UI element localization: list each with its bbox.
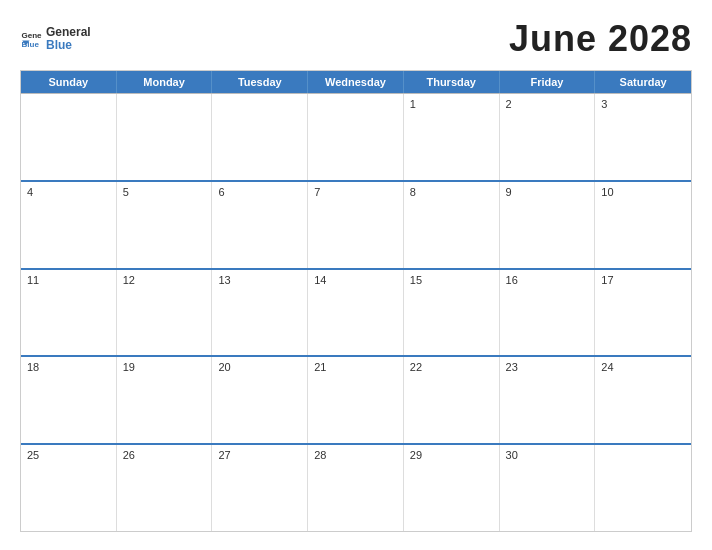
day-number: 20: [218, 361, 301, 373]
day-cell: 7: [308, 182, 404, 268]
day-cell: 1: [404, 94, 500, 180]
page-header: General Blue General Blue June 2028: [20, 18, 692, 60]
day-number: 17: [601, 274, 685, 286]
week-row-1: 123: [21, 93, 691, 180]
day-cell: 12: [117, 270, 213, 356]
day-cell: [117, 94, 213, 180]
day-header-friday: Friday: [500, 71, 596, 93]
day-cell: 20: [212, 357, 308, 443]
logo: General Blue General Blue: [20, 26, 91, 52]
calendar-grid: SundayMondayTuesdayWednesdayThursdayFrid…: [20, 70, 692, 532]
week-row-3: 11121314151617: [21, 268, 691, 356]
day-number: 18: [27, 361, 110, 373]
day-header-tuesday: Tuesday: [212, 71, 308, 93]
day-number: 15: [410, 274, 493, 286]
day-cell: 29: [404, 445, 500, 531]
day-number: 30: [506, 449, 589, 461]
day-cell: 15: [404, 270, 500, 356]
day-cell: 14: [308, 270, 404, 356]
day-cell: 6: [212, 182, 308, 268]
day-cell: 18: [21, 357, 117, 443]
day-cell: 3: [595, 94, 691, 180]
day-number: 8: [410, 186, 493, 198]
day-number: 19: [123, 361, 206, 373]
day-number: 7: [314, 186, 397, 198]
day-number: 5: [123, 186, 206, 198]
day-number: 28: [314, 449, 397, 461]
calendar-page: General Blue General Blue June 2028 Sund…: [0, 0, 712, 550]
day-cell: 11: [21, 270, 117, 356]
day-cell: 24: [595, 357, 691, 443]
day-number: 13: [218, 274, 301, 286]
day-number: 14: [314, 274, 397, 286]
logo-icon: General Blue: [20, 28, 42, 50]
day-cell: 23: [500, 357, 596, 443]
weeks-container: 1234567891011121314151617181920212223242…: [21, 93, 691, 531]
day-number: 25: [27, 449, 110, 461]
day-number: 10: [601, 186, 685, 198]
day-cell: [595, 445, 691, 531]
day-cell: 5: [117, 182, 213, 268]
day-cell: 22: [404, 357, 500, 443]
day-number: 1: [410, 98, 493, 110]
month-title: June 2028: [509, 18, 692, 60]
svg-text:General: General: [21, 31, 42, 40]
day-number: 27: [218, 449, 301, 461]
day-header-sunday: Sunday: [21, 71, 117, 93]
day-number: 11: [27, 274, 110, 286]
day-number: 3: [601, 98, 685, 110]
day-header-thursday: Thursday: [404, 71, 500, 93]
day-cell: 4: [21, 182, 117, 268]
day-cell: 17: [595, 270, 691, 356]
day-cell: [21, 94, 117, 180]
day-number: 16: [506, 274, 589, 286]
day-number: 22: [410, 361, 493, 373]
day-number: 24: [601, 361, 685, 373]
day-number: 26: [123, 449, 206, 461]
day-number: 29: [410, 449, 493, 461]
day-cell: 21: [308, 357, 404, 443]
day-number: 2: [506, 98, 589, 110]
day-cell: [212, 94, 308, 180]
day-cell: 30: [500, 445, 596, 531]
day-cell: 26: [117, 445, 213, 531]
day-number: 6: [218, 186, 301, 198]
svg-text:Blue: Blue: [21, 40, 39, 49]
day-cell: 2: [500, 94, 596, 180]
day-number: 4: [27, 186, 110, 198]
day-number: 23: [506, 361, 589, 373]
day-cell: 19: [117, 357, 213, 443]
day-header-wednesday: Wednesday: [308, 71, 404, 93]
day-header-saturday: Saturday: [595, 71, 691, 93]
day-number: 9: [506, 186, 589, 198]
day-header-monday: Monday: [117, 71, 213, 93]
day-cell: 16: [500, 270, 596, 356]
day-number: 12: [123, 274, 206, 286]
day-cell: 27: [212, 445, 308, 531]
day-cell: 13: [212, 270, 308, 356]
week-row-5: 252627282930: [21, 443, 691, 531]
day-cell: 28: [308, 445, 404, 531]
day-cell: [308, 94, 404, 180]
day-headers-row: SundayMondayTuesdayWednesdayThursdayFrid…: [21, 71, 691, 93]
day-number: 21: [314, 361, 397, 373]
day-cell: 25: [21, 445, 117, 531]
day-cell: 8: [404, 182, 500, 268]
day-cell: 10: [595, 182, 691, 268]
logo-blue-text: Blue: [46, 39, 91, 52]
week-row-4: 18192021222324: [21, 355, 691, 443]
day-cell: 9: [500, 182, 596, 268]
week-row-2: 45678910: [21, 180, 691, 268]
